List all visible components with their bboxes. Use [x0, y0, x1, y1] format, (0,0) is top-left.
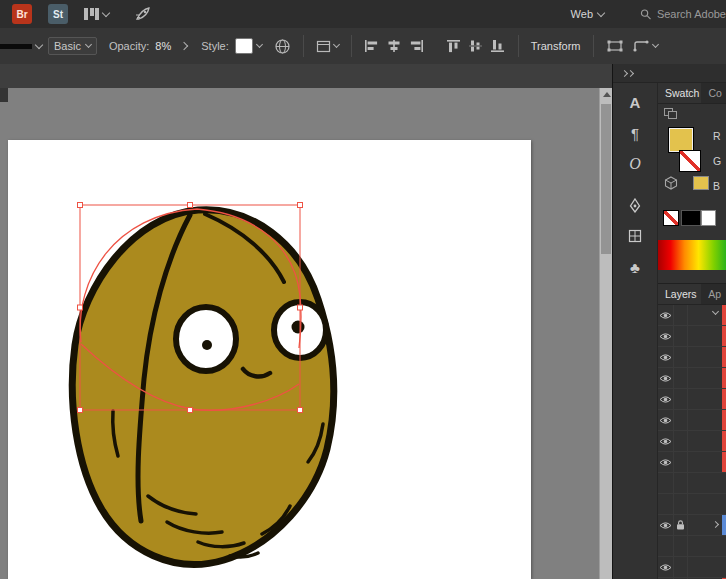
graphic-style-swatch[interactable]: [235, 38, 253, 54]
layer-selection-bar: [722, 473, 726, 493]
visibility-toggle[interactable]: [658, 536, 674, 556]
layer-row[interactable]: [658, 305, 726, 326]
visibility-toggle[interactable]: [658, 305, 674, 325]
isolate-selected-button[interactable]: [606, 39, 624, 53]
visibility-toggle[interactable]: [658, 452, 674, 472]
black-swatch[interactable]: [681, 210, 701, 226]
lock-toggle[interactable]: [674, 473, 688, 493]
swap-fill-stroke-icon[interactable]: [664, 108, 676, 118]
corner-widget-icon: [632, 39, 650, 53]
opacity-value[interactable]: 8%: [155, 40, 175, 52]
layer-expander-icon[interactable]: [712, 521, 719, 528]
transform-link[interactable]: Transform: [531, 40, 581, 52]
tab-color[interactable]: Co: [701, 83, 726, 103]
document-setup-button[interactable]: [316, 40, 339, 53]
visibility-toggle[interactable]: [658, 557, 674, 577]
eye-icon: [659, 353, 672, 362]
visibility-toggle[interactable]: [658, 515, 674, 535]
character-panel-button[interactable]: A: [620, 89, 650, 115]
layer-row[interactable]: [658, 452, 726, 473]
layer-selection-bar: [722, 452, 726, 472]
paragraph-panel-button[interactable]: ¶: [620, 120, 650, 146]
layer-row[interactable]: [658, 494, 726, 515]
layer-row[interactable]: [658, 326, 726, 347]
lock-toggle[interactable]: [674, 305, 688, 325]
vertical-scrollbar[interactable]: [599, 88, 612, 579]
layers-panel-tabs: Layers Ap: [658, 284, 726, 305]
gamut-color-swatch[interactable]: [693, 176, 709, 190]
lock-toggle[interactable]: [674, 536, 688, 556]
fill-color-swatch[interactable]: [669, 128, 693, 152]
color-spectrum-bar[interactable]: [658, 240, 726, 270]
visibility-toggle[interactable]: [658, 410, 674, 430]
layer-row[interactable]: [658, 347, 726, 368]
left-eye[interactable]: [176, 307, 236, 371]
lock-icon: [676, 520, 685, 530]
brush-definition-value: Basic: [54, 40, 81, 52]
layer-row[interactable]: [658, 389, 726, 410]
layer-row[interactable]: [658, 473, 726, 494]
layer-row[interactable]: [658, 410, 726, 431]
visibility-toggle[interactable]: [658, 494, 674, 514]
brush-definition-dropdown[interactable]: Basic: [48, 37, 97, 55]
align-right-icon[interactable]: [408, 39, 424, 53]
out-of-gamut-cube-icon[interactable]: [664, 176, 678, 190]
opacity-flyout-icon[interactable]: [180, 42, 188, 50]
pen-panel-button[interactable]: [620, 192, 650, 218]
stroke-none-swatch[interactable]: [679, 150, 701, 172]
white-swatch[interactable]: [701, 210, 716, 226]
collapse-panels-icon[interactable]: [627, 69, 634, 76]
lock-toggle[interactable]: [674, 431, 688, 451]
scrollbar-thumb[interactable]: [601, 104, 611, 254]
eye-icon: [659, 311, 672, 320]
lock-toggle[interactable]: [674, 557, 688, 577]
opentype-panel-button[interactable]: O: [620, 151, 650, 177]
artboard-grid-icon: [628, 229, 642, 243]
stock-badge[interactable]: St: [48, 4, 68, 24]
bridge-badge[interactable]: Br: [12, 4, 32, 24]
lock-toggle[interactable]: [674, 347, 688, 367]
visibility-toggle[interactable]: [658, 326, 674, 346]
align-left-icon[interactable]: [364, 39, 380, 53]
visibility-toggle[interactable]: [658, 473, 674, 493]
tab-appearance[interactable]: Ap: [701, 284, 726, 304]
symbols-panel-button[interactable]: ♣: [620, 254, 650, 280]
lock-toggle[interactable]: [674, 368, 688, 388]
none-color-swatch[interactable]: [663, 210, 679, 226]
stroke-preview-line-icon: [0, 44, 32, 49]
align-bottom-icon[interactable]: [490, 39, 506, 53]
artboards-panel-button[interactable]: [620, 223, 650, 249]
layer-row[interactable]: [658, 557, 726, 578]
lock-toggle[interactable]: [674, 410, 688, 430]
artwork[interactable]: [0, 64, 612, 579]
visibility-toggle[interactable]: [658, 389, 674, 409]
tab-swatches[interactable]: Swatch: [658, 83, 701, 103]
visibility-toggle[interactable]: [658, 347, 674, 367]
lock-toggle[interactable]: [674, 494, 688, 514]
workspace-switcher[interactable]: Web: [571, 8, 604, 20]
lock-toggle[interactable]: [674, 515, 688, 535]
align-center-horizontal-icon[interactable]: [386, 39, 402, 53]
shape-options-button[interactable]: [632, 39, 658, 53]
align-top-icon[interactable]: [446, 39, 462, 53]
layer-expander-icon[interactable]: [712, 308, 719, 315]
scroll-up-button[interactable]: [600, 88, 612, 101]
layer-row[interactable]: [658, 431, 726, 452]
lock-toggle[interactable]: [674, 326, 688, 346]
search-adobe-field[interactable]: Search Adobe: [640, 8, 726, 21]
lock-toggle[interactable]: [674, 452, 688, 472]
tab-layers[interactable]: Layers: [658, 284, 701, 304]
gpu-performance-button[interactable]: [135, 7, 151, 21]
stroke-width-dropdown[interactable]: [0, 44, 42, 49]
lock-toggle[interactable]: [674, 389, 688, 409]
layer-row[interactable]: [658, 368, 726, 389]
layer-row[interactable]: [658, 515, 726, 536]
align-center-vertical-icon[interactable]: [468, 39, 484, 53]
visibility-toggle[interactable]: [658, 431, 674, 451]
visibility-toggle[interactable]: [658, 368, 674, 388]
recolor-artwork-button[interactable]: [274, 38, 291, 55]
workarea: A ¶ O: [0, 64, 726, 579]
arrange-documents-button[interactable]: [84, 8, 109, 20]
layer-row[interactable]: [658, 536, 726, 557]
canvas[interactable]: [0, 64, 612, 579]
